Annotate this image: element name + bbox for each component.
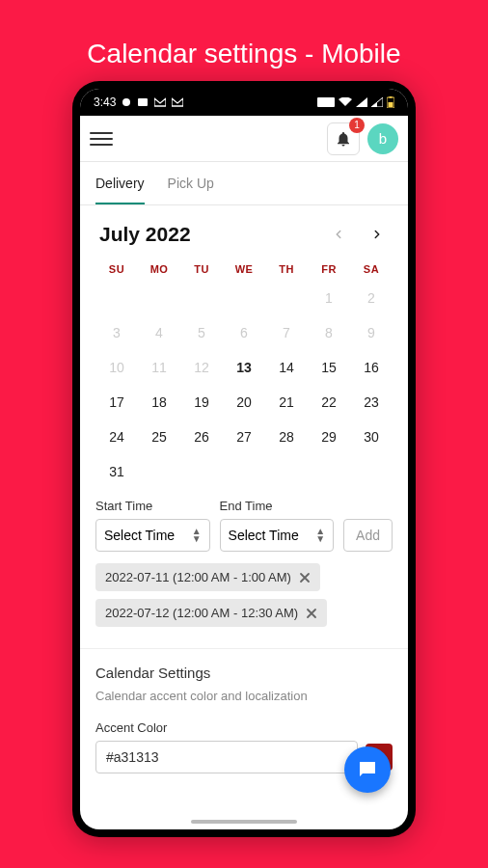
calendar-day (308, 460, 350, 483)
time-slot-text: 2022-07-12 (12:00 AM - 12:30 AM) (105, 606, 298, 620)
notifications-button[interactable]: 1 (327, 122, 360, 155)
start-time-label: Start Time (95, 499, 210, 513)
stepper-icon: ▲▼ (192, 528, 202, 543)
calendar-day[interactable]: 29 (308, 425, 350, 448)
day-of-week-header: WE (223, 263, 265, 275)
calendar-day[interactable]: 27 (223, 425, 265, 448)
svg-rect-1 (138, 98, 148, 106)
close-icon[interactable] (306, 608, 317, 619)
day-of-week-header: SU (95, 263, 138, 275)
tab-delivery[interactable]: Delivery (95, 162, 145, 204)
calendar-day[interactable]: 8 (308, 321, 350, 344)
end-time-select[interactable]: Select Time ▲▼ (220, 519, 335, 552)
tab-pickup[interactable]: Pick Up (168, 162, 214, 204)
calendar-day (265, 286, 308, 310)
svg-rect-4 (389, 102, 393, 107)
day-of-week-header: FR (308, 263, 350, 275)
phone-screen: 3:43 1 b (80, 89, 408, 829)
hamburger-icon[interactable] (90, 127, 113, 150)
gmail-icon (172, 97, 183, 107)
statusbar: 3:43 (80, 89, 408, 116)
wifi-badge-icon (317, 97, 335, 107)
svg-rect-2 (317, 97, 335, 107)
calendar-day[interactable]: 7 (265, 321, 308, 344)
calendar-day[interactable]: 25 (138, 425, 180, 448)
time-row: Start Time Select Time ▲▼ End Time Selec… (80, 493, 408, 563)
chevron-right-icon (370, 228, 384, 241)
settings-desc: Calendar accent color and localization (95, 689, 393, 703)
calendar-day[interactable]: 2 (350, 286, 393, 310)
close-icon[interactable] (299, 572, 311, 583)
phone-frame: 3:43 1 b (72, 81, 416, 837)
accent-color-input[interactable] (95, 741, 358, 773)
end-time-value: Select Time (229, 528, 299, 543)
calendar-day[interactable]: 15 (308, 356, 350, 379)
wifi-icon (339, 97, 352, 107)
calendar-day (180, 286, 223, 310)
time-slots-list: 2022-07-11 (12:00 AM - 1:00 AM)2022-07-1… (80, 563, 408, 627)
accent-color-label: Accent Color (95, 720, 393, 735)
calendar-day[interactable]: 31 (95, 460, 138, 483)
add-button[interactable]: Add (343, 519, 393, 552)
calendar-day[interactable]: 24 (95, 425, 138, 448)
calendar-day[interactable]: 26 (180, 425, 223, 448)
content-area: July 2022 SUMOTUWETHFRSA1234567891011121… (80, 205, 408, 829)
day-of-week-header: TH (265, 263, 308, 275)
svg-point-0 (122, 98, 130, 106)
calendar-day (265, 460, 308, 483)
calendar-day[interactable]: 18 (138, 391, 180, 414)
statusbar-time: 3:43 (94, 95, 116, 109)
calendar-day (223, 286, 265, 310)
calendar-day[interactable]: 14 (265, 356, 308, 379)
app-header: 1 b (80, 116, 408, 162)
calendar-day[interactable]: 1 (308, 286, 350, 310)
day-of-week-header: TU (180, 263, 223, 275)
calendar-day (350, 460, 393, 483)
calendar-day (95, 286, 138, 310)
calendar-day[interactable]: 11 (138, 356, 180, 379)
calendar-day[interactable]: 22 (308, 391, 350, 414)
status-app-icon (137, 97, 149, 107)
calendar-day[interactable]: 17 (95, 391, 138, 414)
calendar-day (138, 460, 180, 483)
time-slot-chip: 2022-07-12 (12:00 AM - 12:30 AM) (95, 599, 327, 627)
signal-icon (356, 97, 367, 107)
start-time-value: Select Time (104, 528, 175, 543)
calendar-day[interactable]: 30 (350, 425, 393, 448)
avatar[interactable]: b (367, 123, 398, 154)
calendar-day[interactable]: 13 (223, 356, 265, 379)
day-of-week-header: MO (138, 263, 180, 275)
chevron-left-icon (332, 228, 345, 241)
gmail-icon (154, 97, 166, 107)
status-dot-icon (122, 97, 131, 107)
calendar-day[interactable]: 12 (180, 356, 223, 379)
calendar-day[interactable]: 4 (138, 321, 180, 344)
calendar-day[interactable]: 16 (350, 356, 393, 379)
page-title: Calendar settings - Mobile (0, 0, 488, 69)
calendar: July 2022 SUMOTUWETHFRSA1234567891011121… (80, 205, 408, 493)
calendar-day[interactable]: 3 (95, 321, 138, 344)
calendar-day[interactable]: 21 (265, 391, 308, 414)
calendar-day[interactable]: 19 (180, 391, 223, 414)
calendar-day (138, 286, 180, 310)
next-month-button[interactable] (366, 223, 389, 246)
bell-icon (335, 130, 352, 148)
calendar-day (180, 460, 223, 483)
calendar-day[interactable]: 10 (95, 356, 138, 379)
tabs: Delivery Pick Up (80, 162, 408, 205)
notification-badge: 1 (349, 118, 365, 133)
calendar-day[interactable]: 23 (350, 391, 393, 414)
end-time-label: End Time (220, 499, 335, 513)
calendar-day[interactable]: 5 (180, 321, 223, 344)
calendar-day[interactable]: 20 (223, 391, 265, 414)
chat-fab[interactable] (344, 746, 391, 793)
settings-title: Calendar Settings (95, 665, 393, 681)
stepper-icon: ▲▼ (315, 528, 325, 543)
prev-month-button[interactable] (327, 223, 350, 246)
svg-rect-5 (390, 96, 393, 98)
time-slot-chip: 2022-07-11 (12:00 AM - 1:00 AM) (95, 563, 320, 591)
calendar-day[interactable]: 6 (223, 321, 265, 344)
calendar-day[interactable]: 9 (350, 321, 393, 344)
start-time-select[interactable]: Select Time ▲▼ (95, 519, 210, 552)
calendar-day[interactable]: 28 (265, 425, 308, 448)
